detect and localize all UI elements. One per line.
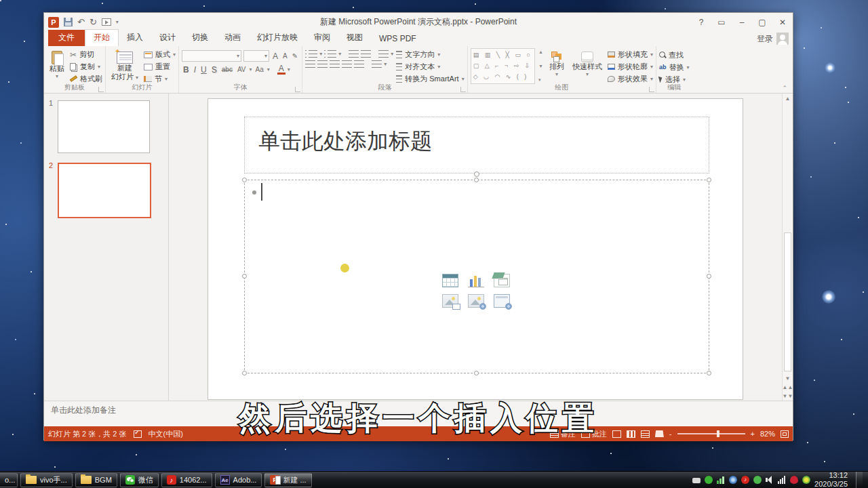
help-button[interactable]: ?	[691, 15, 711, 30]
browser-tray-icon[interactable]	[729, 476, 737, 484]
tab-insert[interactable]: 插入	[119, 30, 151, 46]
resize-handle-n[interactable]	[474, 178, 479, 182]
align-right-button[interactable]	[330, 60, 340, 68]
resize-handle-e[interactable]	[707, 274, 711, 279]
input-method-icon[interactable]	[692, 478, 701, 483]
resize-handle-sw[interactable]	[242, 371, 247, 375]
wechat-tray-icon[interactable]	[705, 476, 713, 484]
tab-view[interactable]: 视图	[338, 30, 371, 46]
network-signal-icon[interactable]	[778, 476, 786, 484]
fit-slide-to-window-button[interactable]	[781, 430, 789, 438]
stocks-tray-icon[interactable]	[717, 476, 725, 484]
shape-fill-button[interactable]: 形状填充▾	[608, 49, 653, 60]
shapes-row[interactable]: ◇ ◡ ◠ ∿ ( )	[473, 73, 532, 81]
slide-2-thumbnail[interactable]	[58, 163, 151, 218]
volume-icon[interactable]	[766, 476, 774, 484]
tab-design[interactable]: 设计	[151, 30, 184, 46]
slide-sorter-view-button[interactable]	[627, 430, 635, 438]
slide-1-thumbnail[interactable]	[58, 100, 150, 153]
find-button[interactable]: 查找	[659, 49, 690, 60]
italic-button[interactable]: I	[193, 65, 197, 75]
justify-button[interactable]	[342, 60, 352, 68]
shape-outline-button[interactable]: 形状轮廓▾	[608, 62, 653, 73]
new-slide-button[interactable]: 新建 幻灯片 ▾	[108, 48, 141, 84]
resize-handle-w[interactable]	[242, 274, 247, 279]
decrease-indent-button[interactable]	[349, 50, 359, 58]
taskbar-item-vivo-folder[interactable]: vivo手...	[20, 473, 73, 487]
copy-button[interactable]: 复制▾	[70, 62, 102, 73]
content-placeholder[interactable]	[244, 180, 709, 373]
language-indicator[interactable]: 中文(中国)	[149, 429, 183, 439]
taskbar-clock[interactable]: 13:12 2020/3/25	[814, 471, 852, 488]
insert-video-icon[interactable]	[494, 294, 510, 308]
antivirus-tray-icon[interactable]	[790, 476, 798, 484]
scrollbar-thumb[interactable]	[784, 232, 791, 371]
tab-review[interactable]: 审阅	[306, 30, 338, 46]
spellcheck-icon[interactable]	[134, 430, 142, 438]
collapse-ribbon-button[interactable]: ⌃	[782, 85, 787, 92]
taskbar-item-netease-music[interactable]: ♪ 14062...	[161, 473, 212, 487]
text-shadow-button[interactable]: S	[210, 65, 218, 75]
previous-slide-button[interactable]: ▲▲	[783, 384, 793, 390]
shield-tray-icon[interactable]	[802, 476, 810, 484]
close-button[interactable]: ✕	[772, 15, 793, 30]
shrink-font-button[interactable]: A	[281, 52, 289, 60]
columns-button[interactable]	[372, 60, 382, 68]
netease-tray-icon[interactable]: ♪	[741, 476, 749, 484]
layout-button[interactable]: 版式▾	[144, 49, 176, 60]
online-pictures-icon[interactable]	[468, 294, 484, 308]
taskbar-item-powerpoint[interactable]: P 新建 ...	[264, 473, 311, 487]
normal-view-button[interactable]	[612, 430, 621, 438]
dialog-launcher-icon[interactable]	[98, 87, 104, 92]
resize-handle-ne[interactable]	[707, 178, 711, 182]
shapes-row[interactable]: ▢ △ ⌐ ¬ ⇨ ⇩	[473, 62, 532, 70]
cut-button[interactable]: ✂剪切	[70, 49, 102, 60]
shapes-gallery[interactable]: ▤ ▥ ╲ ╳ ▭ ○ ▢ △ ⌐ ¬ ⇨ ⇩ ◇ ◡ ◠ ∿ ( )	[471, 48, 535, 84]
slideshow-view-button[interactable]	[655, 430, 664, 437]
show-desktop-button[interactable]	[856, 472, 863, 488]
tab-animations[interactable]: 动画	[216, 30, 249, 46]
shapes-row[interactable]: ▤ ▥ ╲ ╳ ▭ ○	[473, 52, 532, 59]
dialog-launcher-icon[interactable]	[649, 87, 654, 92]
security-tray-icon[interactable]	[753, 476, 762, 484]
taskbar-item-partial[interactable]: o...	[0, 473, 18, 487]
taskbar-item-wechat[interactable]: 微信	[120, 473, 159, 487]
resize-handle-se[interactable]	[707, 371, 711, 375]
tab-transitions[interactable]: 切换	[184, 30, 216, 46]
zoom-slider[interactable]	[677, 433, 745, 434]
undo-button[interactable]: ↶	[77, 18, 85, 26]
quick-styles-button[interactable]: 快速样式 ▾	[570, 48, 605, 84]
zoom-level[interactable]: 82%	[760, 430, 775, 438]
replace-button[interactable]: ab替换▾	[659, 62, 690, 73]
save-button[interactable]	[64, 18, 73, 26]
insert-chart-icon[interactable]	[468, 274, 484, 287]
scroll-up-button[interactable]: ▲	[785, 94, 791, 104]
taskbar-item-bgm-folder[interactable]: BGM	[75, 473, 117, 487]
clear-formatting-button[interactable]: ✎	[291, 52, 299, 60]
align-left-button[interactable]	[305, 60, 315, 68]
line-spacing-button[interactable]	[378, 50, 389, 58]
rotate-handle[interactable]	[474, 171, 479, 177]
font-name-combo[interactable]: ▾	[182, 50, 241, 62]
resize-handle-nw[interactable]	[242, 178, 247, 182]
grow-font-button[interactable]: A	[271, 52, 279, 61]
change-case-button[interactable]: Aa	[254, 66, 265, 73]
scroll-down-button[interactable]: ▼	[785, 375, 791, 382]
paste-dropdown-icon[interactable]: ▾	[56, 73, 58, 80]
next-slide-button[interactable]: ▼▼	[783, 393, 793, 399]
shapes-scroll-up[interactable]: ▲	[538, 49, 543, 54]
strikethrough-button[interactable]: abc	[220, 66, 234, 73]
insert-smartart-icon[interactable]	[494, 274, 510, 287]
tab-slideshow[interactable]: 幻灯片放映	[249, 30, 306, 46]
numbering-button[interactable]	[328, 50, 336, 58]
align-center-button[interactable]	[317, 60, 328, 68]
reading-view-button[interactable]	[641, 430, 650, 438]
text-direction-button[interactable]: 文字方向▾	[396, 49, 464, 60]
zoom-in-button[interactable]: +	[751, 430, 755, 438]
start-slideshow-button[interactable]	[102, 18, 111, 26]
zoom-out-button[interactable]: -	[669, 430, 672, 438]
reset-button[interactable]: 重置	[144, 62, 176, 73]
increase-indent-button[interactable]	[361, 50, 371, 58]
vertical-scrollbar[interactable]: ▲ ▼ ▲▲ ▼▼	[782, 94, 793, 401]
bold-button[interactable]: B	[182, 65, 191, 75]
